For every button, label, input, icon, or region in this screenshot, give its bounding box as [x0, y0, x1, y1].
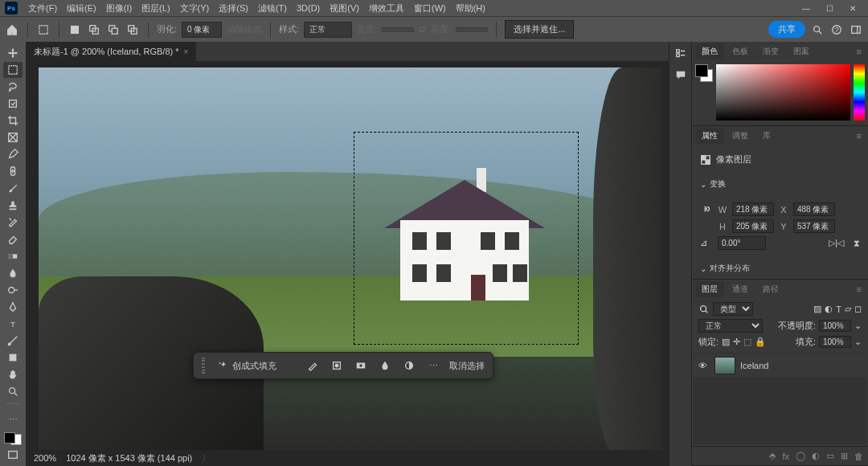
- panel-menu-icon[interactable]: ≡: [854, 47, 865, 56]
- tab-color[interactable]: 颜色: [695, 43, 724, 59]
- generative-fill-button[interactable]: 创成式填充: [213, 358, 281, 374]
- screen-mode[interactable]: [3, 447, 23, 463]
- filter-smart-icon[interactable]: ◻: [854, 304, 862, 314]
- visibility-icon[interactable]: 👁: [698, 361, 710, 370]
- height-input[interactable]: [732, 219, 774, 233]
- more-icon[interactable]: ⋯: [425, 358, 441, 374]
- pen-tool[interactable]: [3, 299, 23, 315]
- tab-close-icon[interactable]: ×: [184, 47, 189, 56]
- group-icon[interactable]: ▭: [826, 451, 834, 461]
- shape-tool[interactable]: [3, 350, 23, 366]
- help-icon[interactable]: ?: [829, 22, 844, 37]
- type-tool[interactable]: T: [3, 316, 23, 332]
- delete-icon[interactable]: 🗑: [854, 452, 863, 461]
- search-icon[interactable]: [810, 22, 825, 37]
- filter-type-icon[interactable]: T: [836, 305, 841, 314]
- fill-input[interactable]: [819, 336, 851, 348]
- path-tool[interactable]: [3, 333, 23, 349]
- comments-panel-icon[interactable]: [674, 67, 688, 82]
- grip-icon[interactable]: [202, 358, 205, 374]
- zoom-level[interactable]: 200%: [34, 453, 56, 463]
- width-input[interactable]: [732, 202, 774, 216]
- marquee-icon[interactable]: [36, 22, 51, 37]
- menu-help[interactable]: 帮助(H): [452, 1, 489, 16]
- history-panel-icon[interactable]: [674, 47, 688, 61]
- hue-slider[interactable]: [854, 64, 865, 121]
- select-mask-button[interactable]: 选择并遮住...: [505, 20, 574, 39]
- feather-input[interactable]: 0 像素: [182, 22, 222, 38]
- menu-select[interactable]: 选择(S): [215, 1, 252, 16]
- maximize-button[interactable]: ☐: [826, 4, 833, 13]
- filter-image-icon[interactable]: ▨: [813, 304, 821, 314]
- close-button[interactable]: ✕: [850, 4, 856, 13]
- lock-position-icon[interactable]: ✛: [733, 337, 740, 347]
- tab-paths[interactable]: 路径: [756, 281, 785, 297]
- lasso-tool[interactable]: [3, 79, 23, 95]
- angle-input[interactable]: [718, 236, 766, 250]
- lock-artboard-icon[interactable]: ⬚: [743, 337, 751, 347]
- eyedropper-tool[interactable]: [3, 146, 23, 162]
- filter-search-icon[interactable]: [698, 304, 710, 315]
- selection-new-icon[interactable]: [68, 22, 82, 37]
- edit-toolbar[interactable]: ⋯: [3, 412, 23, 428]
- crop-tool[interactable]: [3, 112, 23, 129]
- mask-icon[interactable]: ◯: [796, 451, 805, 461]
- opacity-input[interactable]: [819, 320, 851, 332]
- canvas[interactable]: 创成式填充 ⋯ 取消选择: [32, 67, 662, 460]
- deselect-button[interactable]: 取消选择: [449, 360, 485, 372]
- tab-channels[interactable]: 通道: [726, 281, 755, 297]
- layer-name[interactable]: Iceland: [740, 361, 768, 370]
- adjustment-icon[interactable]: ◐: [812, 451, 820, 461]
- blur-tool[interactable]: [3, 265, 23, 281]
- home-icon[interactable]: [5, 22, 19, 37]
- healing-tool[interactable]: [3, 163, 23, 179]
- zoom-tool[interactable]: [3, 383, 23, 399]
- layer-thumbnail[interactable]: [714, 357, 735, 374]
- blend-mode-select[interactable]: 正常: [698, 319, 763, 333]
- marquee-selection[interactable]: [354, 132, 579, 345]
- panel-menu-icon[interactable]: ≡: [854, 131, 865, 141]
- align-section[interactable]: 对齐并分布: [692, 258, 868, 279]
- color-swatch[interactable]: [4, 432, 22, 445]
- marquee-tool[interactable]: [3, 62, 23, 78]
- wand-tool[interactable]: [3, 96, 23, 112]
- tab-libraries[interactable]: 库: [756, 128, 777, 144]
- menu-layer[interactable]: 图层(L): [137, 1, 174, 16]
- eraser-tool[interactable]: [3, 231, 23, 247]
- selection-add-icon[interactable]: [87, 22, 101, 37]
- selection-subtract-icon[interactable]: [106, 22, 121, 37]
- filter-kind-select[interactable]: 类型: [713, 302, 753, 316]
- fx-icon[interactable]: fx: [782, 452, 789, 461]
- menu-window[interactable]: 窗口(W): [410, 1, 450, 16]
- mask-icon[interactable]: [353, 358, 369, 374]
- tab-swatches[interactable]: 色板: [726, 43, 755, 59]
- share-button[interactable]: 共享: [768, 21, 805, 38]
- new-layer-icon[interactable]: ⊞: [841, 451, 848, 461]
- lock-all-icon[interactable]: 🔒: [755, 337, 766, 347]
- dodge-tool[interactable]: [3, 282, 23, 298]
- hand-tool[interactable]: [3, 366, 23, 382]
- gradient-tool[interactable]: [3, 248, 23, 264]
- menu-type[interactable]: 文字(Y): [176, 1, 214, 16]
- menu-view[interactable]: 视图(V): [326, 1, 363, 16]
- layer-item[interactable]: 👁 Iceland: [694, 354, 866, 378]
- tab-gradients[interactable]: 渐变: [756, 43, 785, 59]
- filter-shape-icon[interactable]: ▱: [845, 304, 851, 314]
- move-tool[interactable]: [3, 45, 23, 61]
- color-swatch-panel[interactable]: [695, 64, 713, 82]
- filter-adjust-icon[interactable]: ◐: [825, 304, 833, 314]
- menu-edit[interactable]: 编辑(E): [63, 1, 100, 16]
- fill-icon[interactable]: [377, 358, 393, 374]
- menu-image[interactable]: 图像(I): [102, 1, 136, 16]
- x-input[interactable]: [793, 202, 835, 216]
- tab-layers[interactable]: 图层: [695, 281, 724, 297]
- workspace-icon[interactable]: [849, 22, 863, 37]
- style-select[interactable]: 正常: [304, 22, 352, 38]
- color-picker-field[interactable]: [716, 64, 850, 121]
- lock-pixels-icon[interactable]: ▨: [722, 337, 730, 347]
- menu-filter[interactable]: 滤镜(T): [254, 1, 291, 16]
- menu-plugins[interactable]: 增效工具: [365, 1, 408, 16]
- selection-intersect-icon[interactable]: [125, 22, 140, 37]
- adjust-icon[interactable]: [401, 358, 417, 374]
- flip-h-icon[interactable]: ▷|◁: [829, 238, 844, 248]
